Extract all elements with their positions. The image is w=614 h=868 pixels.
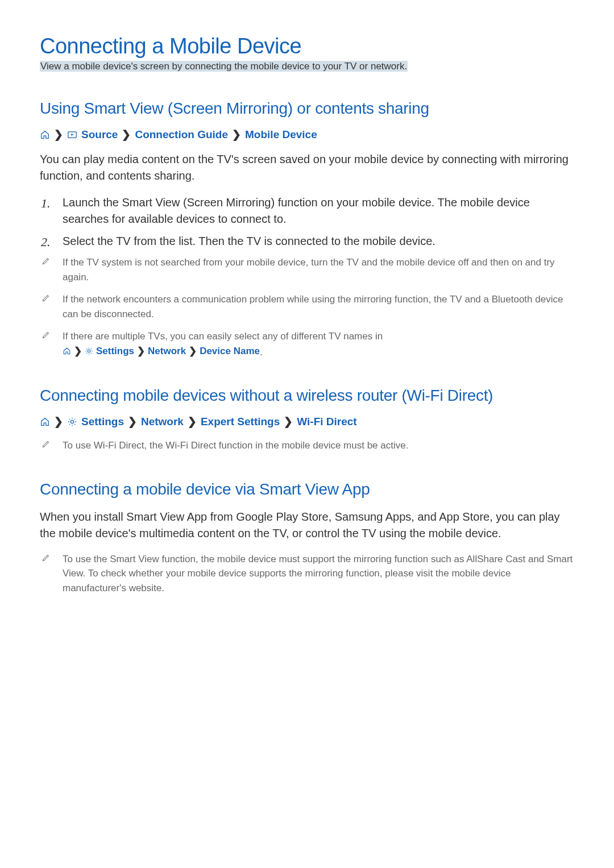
notes-list: If the TV system is not searched from yo…: [40, 255, 574, 359]
note-item: To use Wi-Fi Direct, the Wi-Fi Direct fu…: [63, 438, 574, 453]
breadcrumb-item-mobile-device[interactable]: Mobile Device: [245, 128, 317, 141]
gear-icon: [85, 347, 93, 355]
breadcrumb-item-settings[interactable]: Settings: [96, 344, 134, 359]
note-item: If there are multiple TVs, you can easil…: [63, 329, 574, 359]
note-item: If the TV system is not searched from yo…: [63, 255, 574, 284]
note-text: If the network encounters a communicatio…: [63, 294, 563, 319]
chevron-right-icon: ❯: [54, 128, 63, 141]
pencil-icon: [42, 553, 51, 562]
chevron-right-icon: ❯: [188, 415, 197, 428]
note-text-post: .: [260, 347, 263, 358]
chevron-right-icon: ❯: [232, 128, 241, 141]
chevron-right-icon: ❯: [122, 128, 131, 141]
note-text: To use the Smart View function, the mobi…: [63, 554, 572, 593]
step-item: Launch the Smart View (Screen Mirroring)…: [63, 194, 574, 227]
breadcrumb-item-connection-guide[interactable]: Connection Guide: [135, 128, 228, 141]
body-text: When you install Smart View App from Goo…: [40, 509, 574, 542]
breadcrumb: ❯ Source ❯ Connection Guide ❯ Mobile Dev…: [40, 128, 574, 141]
breadcrumb-item-network[interactable]: Network: [148, 344, 186, 359]
intro-text: You can play media content on the TV's s…: [40, 151, 574, 184]
home-icon: [63, 347, 71, 355]
breadcrumb-item-wifi-direct[interactable]: Wi-Fi Direct: [297, 416, 356, 428]
breadcrumb-item-expert-settings[interactable]: Expert Settings: [201, 416, 280, 428]
chevron-right-icon: ❯: [189, 344, 197, 359]
step-item: Select the TV from the list. Then the TV…: [63, 233, 574, 250]
notes-list: To use the Smart View function, the mobi…: [40, 552, 574, 596]
section-wifi-direct: Connecting mobile devices without a wire…: [40, 387, 574, 453]
chevron-right-icon: ❯: [54, 415, 63, 428]
heading-wifi-direct: Connecting mobile devices without a wire…: [40, 387, 574, 405]
chevron-right-icon: ❯: [74, 344, 82, 359]
note-text-pre: If there are multiple TVs, you can easil…: [63, 331, 383, 342]
heading-smart-view-app: Connecting a mobile device via Smart Vie…: [40, 480, 574, 499]
steps-list: Launch the Smart View (Screen Mirroring)…: [40, 194, 574, 250]
breadcrumb-item-source[interactable]: Source: [81, 128, 118, 141]
note-item: To use the Smart View function, the mobi…: [63, 552, 574, 596]
breadcrumb-item-network[interactable]: Network: [141, 416, 184, 428]
pencil-icon: [42, 439, 51, 448]
breadcrumb: ❯ Settings ❯ Network ❯ Expert Settings ❯…: [40, 415, 574, 428]
pencil-icon: [42, 293, 51, 302]
pencil-icon: [42, 330, 51, 339]
source-icon: [67, 130, 77, 140]
pencil-icon: [42, 256, 51, 265]
note-text: If the TV system is not searched from yo…: [63, 257, 555, 283]
heading-smart-view: Using Smart View (Screen Mirroring) or c…: [40, 99, 574, 118]
note-text: To use Wi-Fi Direct, the Wi-Fi Direct fu…: [63, 440, 408, 451]
chevron-right-icon: ❯: [128, 415, 137, 428]
chevron-right-icon: ❯: [137, 344, 145, 359]
notes-list: To use Wi-Fi Direct, the Wi-Fi Direct fu…: [40, 438, 574, 453]
section-smart-view: Using Smart View (Screen Mirroring) or c…: [40, 99, 574, 359]
breadcrumb-item-settings[interactable]: Settings: [81, 416, 124, 428]
gear-icon: [67, 417, 77, 427]
home-icon: [40, 417, 50, 427]
page-title: Connecting a Mobile Device: [40, 34, 574, 59]
page-subtitle: View a mobile device's screen by connect…: [40, 61, 408, 72]
note-item: If the network encounters a communicatio…: [63, 292, 574, 321]
home-icon: [40, 130, 50, 140]
chevron-right-icon: ❯: [284, 415, 293, 428]
inline-breadcrumb: ❯ Settings ❯ Network ❯ Device Name: [63, 344, 260, 359]
section-smart-view-app: Connecting a mobile device via Smart Vie…: [40, 480, 574, 596]
breadcrumb-item-device-name[interactable]: Device Name: [200, 344, 260, 359]
